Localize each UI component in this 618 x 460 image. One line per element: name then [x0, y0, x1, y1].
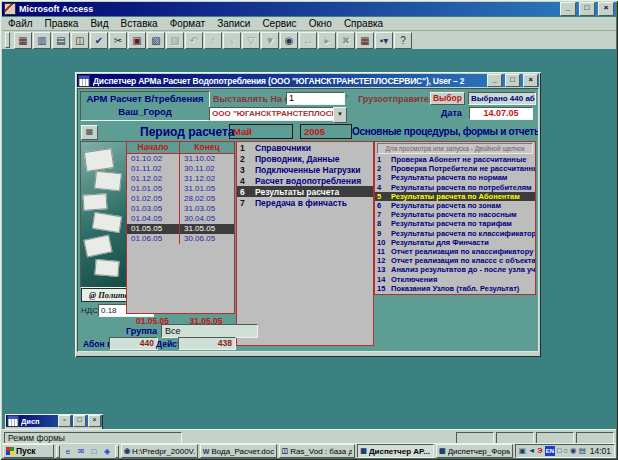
- keyboard-layout-badge[interactable]: EN: [545, 446, 555, 456]
- report-item[interactable]: 14 Отключения: [375, 274, 535, 283]
- report-item[interactable]: 6 Результаты расчета по зонам: [375, 201, 535, 210]
- menu-item[interactable]: 7 Передача в финчасть: [237, 197, 373, 208]
- menu-item[interactable]: 4 Расчет водопотребления: [237, 175, 373, 186]
- menu-item[interactable]: Файл: [2, 18, 39, 29]
- maximize-button[interactable]: □: [73, 415, 86, 427]
- taskbar-task[interactable]: ◫ Ras_Vod : база д...: [279, 444, 356, 458]
- report-item[interactable]: 1 Проверка Абонент не рассчитанные: [375, 155, 535, 164]
- format-painter-icon[interactable]: ▨: [166, 32, 184, 49]
- undo-icon[interactable]: ↶: [185, 32, 203, 49]
- menu-item[interactable]: Правка: [39, 18, 85, 29]
- table-row[interactable]: 01.10.02 31.10.02: [127, 154, 234, 164]
- report-item[interactable]: 10 Результаты для Финчасти: [375, 238, 535, 247]
- menu-item[interactable]: 6 Результаты расчета: [237, 186, 373, 197]
- month-field[interactable]: Май: [229, 124, 293, 139]
- close-button[interactable]: ×: [88, 415, 101, 427]
- find-icon[interactable]: ◉: [280, 32, 298, 49]
- ie-icon[interactable]: e: [62, 446, 74, 457]
- group-combo[interactable]: Все: [161, 324, 258, 338]
- menu-item[interactable]: Вставка: [114, 18, 163, 29]
- copy-icon[interactable]: ▣: [128, 32, 146, 49]
- menu-item[interactable]: Окно: [303, 18, 338, 29]
- outlook-icon[interactable]: ✉: [75, 446, 87, 457]
- apply-filter-icon[interactable]: ▼: [261, 32, 279, 49]
- combo-dropdown-icon[interactable]: ▼: [333, 107, 347, 123]
- choose-button[interactable]: Выбор: [430, 92, 465, 105]
- new-record-icon[interactable]: ▸: [318, 32, 336, 49]
- report-item[interactable]: 2 Проверка Потребители не рассчитанны: [375, 164, 535, 173]
- paste-icon[interactable]: ▧: [147, 32, 165, 49]
- table-row[interactable]: 01.06.05 30.06.05: [127, 234, 234, 244]
- report-item[interactable]: 13 Анализ результатов до - после узла уч…: [375, 265, 535, 274]
- app-icon[interactable]: ▣: [519, 446, 526, 456]
- form-maximize-button[interactable]: □: [505, 74, 520, 87]
- access-titlebar[interactable]: Microsoft Access _ □ ×: [2, 2, 616, 16]
- form-minimize-button[interactable]: _: [487, 74, 502, 87]
- menu-item[interactable]: 3 Подключенные Нагрузки: [237, 164, 373, 175]
- report-item[interactable]: 15 Показания Узлов (табл. Результат): [375, 284, 535, 293]
- report-item[interactable]: 4 Результаты расчета по потребителям: [375, 183, 535, 192]
- minimize-button[interactable]: _: [560, 2, 576, 16]
- new-object-icon[interactable]: ▪▾: [375, 32, 393, 49]
- grid-toggle-button[interactable]: ▦: [81, 125, 98, 140]
- taskbar-task[interactable]: ◉ H:\Predpr_2000V...: [121, 444, 198, 458]
- menu-item[interactable]: 2 Проводник, Данные: [237, 153, 373, 164]
- menu-item[interactable]: Формат: [164, 18, 212, 29]
- sort-ascending-icon[interactable]: ↑: [204, 32, 222, 49]
- report-item[interactable]: 3 Результаты расчета по нормам: [375, 173, 535, 182]
- printer-icon[interactable]: ▤: [579, 446, 586, 456]
- report-item[interactable]: 5 Результаты расчета по Абонентам: [375, 192, 535, 201]
- table-row[interactable]: 01.11.02 30.11.02: [127, 164, 234, 174]
- menu-item[interactable]: Вид: [84, 18, 114, 29]
- report-item[interactable]: 9 Результаты расчета по классификатору: [375, 229, 535, 238]
- form-view-icon[interactable]: ▦: [14, 32, 32, 49]
- table-row[interactable]: 01.05.05 31.05.05: [127, 224, 234, 234]
- cut-icon[interactable]: ✂: [109, 32, 127, 49]
- antivirus-icon[interactable]: Э: [537, 446, 542, 456]
- print-icon[interactable]: ▤: [52, 32, 70, 49]
- form-close-button[interactable]: ×: [523, 74, 538, 87]
- scheduler-icon[interactable]: ○: [564, 446, 569, 456]
- update-icon[interactable]: ◉: [570, 446, 577, 456]
- maximize-button[interactable]: □: [579, 2, 595, 16]
- delete-record-icon[interactable]: ✖: [337, 32, 355, 49]
- close-button[interactable]: ×: [598, 2, 614, 16]
- report-item[interactable]: 11 Отчет реализация по классификатору: [375, 247, 535, 256]
- restore-button[interactable]: ▫: [58, 415, 71, 427]
- start-button[interactable]: Пуск: [3, 444, 54, 458]
- table-row[interactable]: 01.04.05 30.04.05: [127, 214, 234, 224]
- dispatcher-titlebar[interactable]: Диспетчер АРМа Расчет Водопотребления (О…: [77, 74, 539, 87]
- table-row[interactable]: 01.01.05 31.01.05: [127, 184, 234, 194]
- table-row[interactable]: 01.03.05 31.03.05: [127, 204, 234, 214]
- taskbar-task[interactable]: ▦ Диспетчер АР...: [357, 444, 434, 458]
- help-icon[interactable]: ?: [394, 32, 412, 49]
- date-field[interactable]: 14.07.05: [469, 107, 533, 120]
- report-item[interactable]: 8 Результаты расчета по тарифам: [375, 219, 535, 228]
- table-row[interactable]: 01.02.05 28.02.05: [127, 194, 234, 204]
- account-input[interactable]: 1: [286, 92, 345, 105]
- menu-item[interactable]: Записи: [211, 18, 256, 29]
- spelling-icon[interactable]: ✔: [90, 32, 108, 49]
- channels-icon[interactable]: ◈: [101, 446, 113, 457]
- minimized-window[interactable]: Дисп ▫ □ ×: [5, 414, 103, 430]
- show-desktop-icon[interactable]: □: [88, 446, 100, 457]
- save-icon[interactable]: ▥: [33, 32, 51, 49]
- taskbar-task[interactable]: W Вода_Расчет.doc ...: [200, 444, 277, 458]
- display-icon[interactable]: □: [557, 446, 562, 456]
- organization-combo[interactable]: ООО "ЮГАНСКТРАНСТЕПЛОСЕ: [209, 107, 337, 121]
- toolbar-handle[interactable]: [5, 32, 10, 48]
- sort-descending-icon[interactable]: ↓: [223, 32, 241, 49]
- report-item[interactable]: 12 Отчет реализация по классс с объекта: [375, 256, 535, 265]
- menu-item[interactable]: Сервис: [256, 18, 302, 29]
- navigation-icon[interactable]: ↔: [299, 32, 317, 49]
- menu-item[interactable]: Справка: [338, 18, 389, 29]
- database-window-icon[interactable]: ▦: [356, 32, 374, 49]
- report-item[interactable]: 7 Результаты расчета по насосным: [375, 210, 535, 219]
- table-row[interactable]: 01.12.02 31.12.02: [127, 174, 234, 184]
- print-preview-icon[interactable]: ◫: [71, 32, 89, 49]
- taskbar-task[interactable]: ▦ Диспетчер_Форм.: [436, 444, 513, 458]
- filter-by-selection-icon[interactable]: ▽: [242, 32, 260, 49]
- volume-icon[interactable]: ◄: [528, 446, 535, 456]
- menu-item[interactable]: 1 Справочники: [237, 142, 373, 153]
- year-field[interactable]: 2005: [300, 124, 352, 139]
